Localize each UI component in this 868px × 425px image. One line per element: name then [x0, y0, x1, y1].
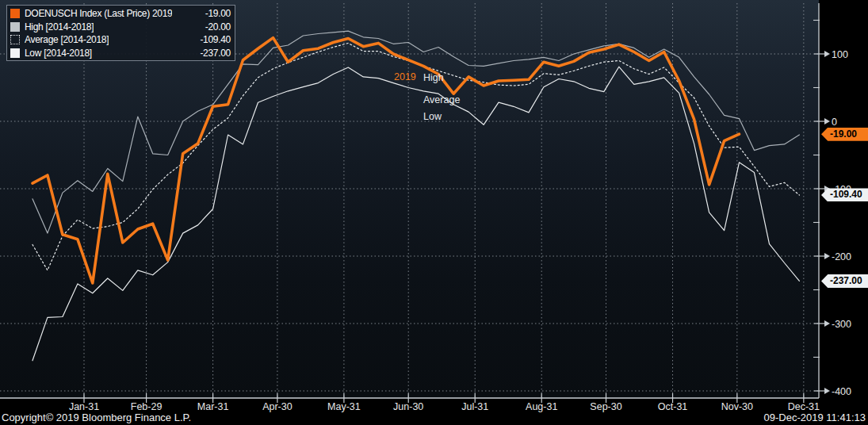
legend-label: High [2014-2018] — [25, 21, 94, 33]
legend-row-high[interactable]: High [2014-2018] -20.00 — [10, 21, 231, 34]
x-tick-label: Mar-31 — [197, 401, 229, 412]
y-tick-arrow-icon — [824, 253, 830, 259]
legend-row-average[interactable]: Average [2014-2018] -109.40 — [10, 33, 231, 47]
low-value-badge: -237.00 — [821, 274, 868, 288]
legend-value: -20.00 — [199, 21, 231, 33]
legend-value: -109.40 — [193, 34, 231, 45]
last-price-badge: -19.00 — [821, 128, 868, 141]
x-tick-label: Aug-31 — [526, 401, 557, 412]
accent-swatch-icon — [10, 9, 20, 18]
copyright-text: Copyright© 2019 Bloomberg Finance L.P. — [2, 412, 191, 423]
white-swatch-icon — [10, 48, 20, 58]
x-tick-label: Jul-31 — [461, 401, 488, 412]
annotation-high: High — [423, 72, 444, 83]
x-tick-label: Apr-30 — [262, 401, 293, 412]
x-tick-label: Dec-31 — [788, 401, 820, 412]
series-line — [33, 38, 740, 283]
y-tick-arrow-icon — [824, 388, 830, 394]
y-tick-label: 0 — [832, 117, 837, 128]
bloomberg-seasonal-chart-window: Jan-31Feb-29Mar-31Apr-30May-31Jun-30Jul-… — [0, 0, 868, 425]
x-tick-label: Jan-31 — [69, 401, 99, 412]
y-tick-label: -400 — [832, 386, 851, 397]
legend-label: Low [2014-2018] — [25, 48, 92, 59]
dotted-swatch-icon — [10, 35, 20, 44]
y-tick-arrow-icon — [824, 51, 830, 57]
x-tick-label: Oct-31 — [658, 401, 688, 412]
legend-label: DOENUSCH Index (Last Price) 2019 — [25, 8, 172, 19]
chart-canvas: Jan-31Feb-29Mar-31Apr-30May-31Jun-30Jul-… — [0, 0, 868, 425]
annotation-low: Low — [423, 111, 442, 122]
legend-row-2019[interactable]: DOENUSCH Index (Last Price) 2019 -19.00 — [10, 7, 231, 21]
y-tick-arrow-icon — [824, 118, 830, 124]
chart-legend: DOENUSCH Index (Last Price) 2019 -19.00 … — [6, 5, 235, 61]
annotation-average: Average — [423, 94, 460, 105]
x-tick-label: Jun-30 — [393, 401, 423, 412]
series-line — [33, 67, 799, 361]
y-tick-arrow-icon — [824, 320, 830, 327]
y-tick-label: -300 — [832, 319, 851, 330]
legend-value: -237.00 — [193, 48, 231, 59]
x-tick-label: Feb-29 — [131, 401, 163, 412]
legend-label: Average [2014-2018] — [25, 34, 109, 45]
timestamp-text: 09-Dec-2019 11:41:13 — [764, 412, 866, 423]
legend-value: -19.00 — [199, 8, 231, 19]
gray-swatch-icon — [10, 22, 20, 32]
average-value-badge: -109.40 — [821, 188, 868, 201]
y-tick-label: -200 — [832, 251, 851, 262]
y-tick-label: 100 — [832, 49, 848, 60]
legend-row-low[interactable]: Low [2014-2018] -237.00 — [10, 47, 231, 60]
series-line — [33, 31, 799, 233]
x-tick-label: Sep-30 — [590, 401, 621, 412]
x-tick-label: Nov-30 — [721, 401, 753, 412]
x-tick-label: May-31 — [327, 401, 361, 412]
annotation-2019: 2019 — [394, 71, 416, 82]
